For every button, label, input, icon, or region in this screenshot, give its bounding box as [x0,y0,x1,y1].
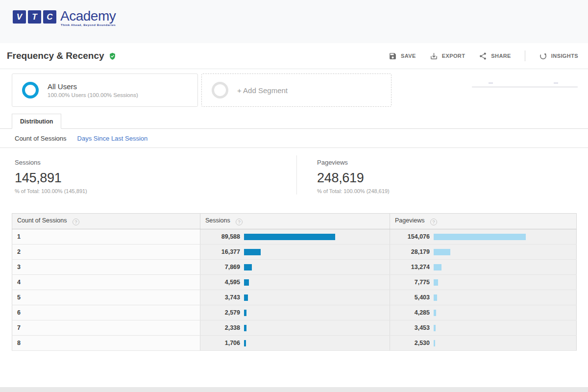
pageviews-bar [434,249,450,255]
count-of-sessions-cell: 3 [12,260,200,275]
pageviews-bar [434,279,438,286]
share-button[interactable]: SHARE [479,52,511,60]
date-range-divider [472,86,578,88]
sessions-bar [244,234,335,240]
insights-button[interactable]: INSIGHTS [539,52,578,60]
table-row: 7 2,338 3,453 [12,320,577,336]
sessions-summary-label: Sessions [15,159,296,166]
top-brand-band: V T C Academy Think Ahead, Beyond Bounda… [0,0,588,43]
pageviews-value: 4,285 [392,309,430,316]
toolbar-divider [525,50,525,61]
pageviews-cell: 2,530 [390,336,577,351]
export-button[interactable]: EXPORT [430,52,466,60]
pageviews-value: 154,076 [392,233,430,240]
sessions-cell: 1,706 [200,336,390,351]
subnav-days-since-last-session[interactable]: Days Since Last Session [77,135,148,142]
date-range-marks [468,82,578,84]
column-header-pageviews: Pageviews ? [390,214,577,229]
save-icon [389,52,397,60]
pageviews-value: 28,179 [392,248,430,255]
pageviews-bar [434,264,441,270]
sessions-value: 7,869 [203,264,240,270]
tab-distribution[interactable]: Distribution [12,114,61,129]
pageviews-bar [434,340,435,346]
save-button-label: SAVE [401,53,416,59]
pageviews-bar [434,294,437,301]
sessions-cell: 3,743 [200,290,390,305]
distribution-table: Count of Sessions ? Sessions ? Pageviews… [12,213,577,351]
insights-button-label: INSIGHTS [551,53,578,59]
logo-name: Academy [60,9,116,23]
table-row: 4 4,595 7,775 [12,275,577,290]
dimension-subnav: Count of Sessions Days Since Last Sessio… [0,129,588,148]
column-header-label: Sessions [205,217,230,224]
add-segment-label: + Add Segment [237,86,288,95]
count-of-sessions-cell: 5 [12,290,200,305]
sessions-cell: 4,595 [200,275,390,290]
sessions-value: 89,588 [203,233,240,240]
add-segment-button[interactable]: + Add Segment [201,74,392,107]
pageviews-cell: 7,775 [390,275,577,290]
help-icon[interactable]: ? [430,219,437,225]
segment-all-users[interactable]: All Users 100.00% Users (100.00% Session… [12,74,198,107]
sessions-value: 1,706 [203,340,240,346]
pageviews-value: 2,530 [392,340,430,346]
save-button[interactable]: SAVE [389,52,416,60]
sessions-cell: 16,377 [200,245,390,260]
export-icon [430,52,438,60]
table-row: 3 7,869 13,274 [12,260,577,275]
sessions-value: 2,338 [203,324,240,331]
help-icon[interactable]: ? [73,219,79,225]
subnav-count-of-sessions[interactable]: Count of Sessions [15,135,67,142]
logo-letter-box-t: T [28,10,41,24]
sessions-cell: 89,588 [200,229,390,245]
count-of-sessions-cell: 4 [12,275,200,290]
pageviews-summary-label: Pageviews [317,159,390,166]
sessions-bar [244,325,246,331]
sessions-bar [244,249,261,255]
footer-strip [0,387,588,392]
summary-divider [296,155,297,195]
count-of-sessions-cell: 8 [12,336,200,351]
sessions-value: 2,579 [203,309,240,316]
export-button-label: EXPORT [442,53,466,59]
summary-metrics: Sessions 145,891 % of Total: 100.00% (14… [0,148,588,200]
table-header: Count of Sessions ? Sessions ? Pageviews… [12,214,577,229]
count-of-sessions-cell: 2 [12,245,200,260]
page-title: Frequency & Recency [7,50,104,61]
date-range-area [468,82,578,88]
table-row: 6 2,579 4,285 [12,305,577,320]
pageviews-bar [434,310,436,316]
pageviews-summary: Pageviews 248,619 % of Total: 100.00% (2… [296,159,390,194]
insights-icon [539,52,547,60]
column-header-label: Count of Sessions [17,217,67,224]
verified-shield-icon [108,52,117,61]
segment-subtitle: 100.00% Users (100.00% Sessions) [48,92,138,98]
sessions-bar [244,340,246,346]
sessions-bar [244,310,246,316]
sessions-value: 16,377 [203,248,240,255]
pageviews-bar [434,234,526,240]
column-header-count-of-sessions: Count of Sessions ? [12,214,200,229]
sessions-cell: 2,338 [200,320,390,336]
help-icon[interactable]: ? [236,219,243,225]
column-header-label: Pageviews [395,217,424,224]
sessions-cell: 2,579 [200,305,390,320]
vtc-academy-logo: V T C Academy Think Ahead, Beyond Bounda… [13,10,588,26]
table-row: 5 3,743 5,403 [12,290,577,305]
sessions-bar [244,264,252,270]
pageviews-summary-total: % of Total: 100.00% (248,619) [317,188,390,194]
report-title-wrap: Frequency & Recency [7,50,117,61]
sessions-summary-total: % of Total: 100.00% (145,891) [15,188,296,194]
report-toolbar: SAVE EXPORT SHARE INSIGHTS [389,50,578,61]
table-row: 1 89,588 154,076 [12,229,577,245]
pageviews-value: 5,403 [392,294,430,301]
pageviews-summary-value: 248,619 [317,171,390,186]
share-button-label: SHARE [491,53,511,59]
table-body: 1 89,588 154,076 2 16,377 [12,229,577,351]
logo-wordmark: Academy Think Ahead, Beyond Boundaries [60,10,116,26]
pageviews-cell: 13,274 [390,260,577,275]
report-header: Frequency & Recency SAVE EXPORT SHARE [0,43,588,69]
empty-segment-circle-icon [212,82,228,98]
page: V T C Academy Think Ahead, Beyond Bounda… [0,0,588,392]
